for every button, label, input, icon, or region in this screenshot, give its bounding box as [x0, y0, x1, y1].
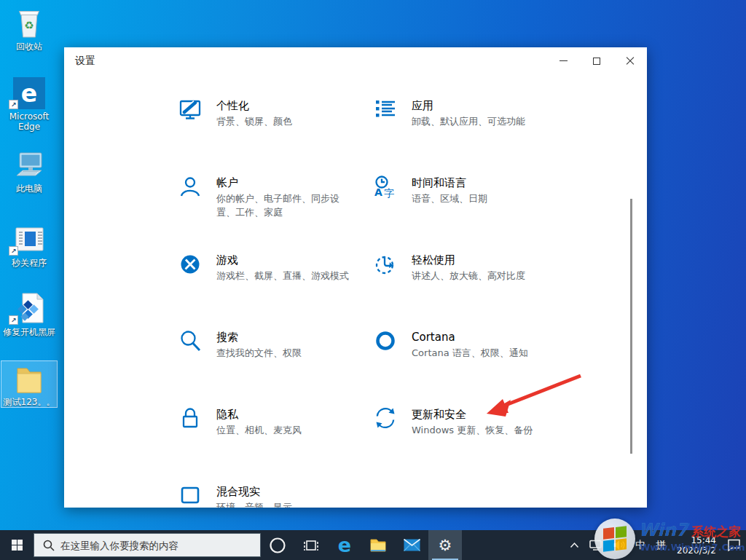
- tile-title: 时间和语言: [412, 176, 487, 190]
- apps-icon: [374, 97, 397, 122]
- taskbar: e ⚙: [0, 530, 746, 560]
- cortana-icon: [374, 328, 397, 353]
- tile-subtitle: 语音、区域、日期: [412, 192, 487, 205]
- desktop-icon-this-pc[interactable]: 此电脑: [1, 148, 57, 194]
- mail-button[interactable]: [395, 530, 428, 560]
- tile-ease-of-access[interactable]: 轻松使用 讲述人、放大镜、高对比度: [374, 251, 614, 328]
- time-language-icon: A 字: [374, 174, 397, 199]
- tile-personalization[interactable]: 个性化 背景、锁屏、颜色: [178, 97, 374, 174]
- maximize-button[interactable]: [580, 47, 613, 74]
- update-security-icon: [374, 406, 397, 430]
- desktop-icon-label: 此电脑: [1, 184, 57, 194]
- program-window-icon: ↗: [1, 222, 57, 256]
- personalization-icon: [178, 97, 202, 122]
- desktop: ♻ 回收站 e ↗ Microsoft Edge 此电脑: [0, 0, 746, 560]
- network-icon: [589, 540, 602, 551]
- ime-language-button[interactable]: 中: [630, 530, 651, 560]
- ime-mode-button[interactable]: 拼: [651, 530, 671, 560]
- windows-logo-icon: [12, 540, 23, 551]
- tray-chevron-button[interactable]: [565, 530, 584, 560]
- taskbar-clock[interactable]: 15:44 2020/3/2: [671, 535, 722, 556]
- tile-gaming[interactable]: 游戏 游戏栏、截屏、直播、游戏模式: [178, 251, 374, 328]
- tile-title: 混合现实: [216, 484, 292, 499]
- cortana-button[interactable]: [261, 530, 294, 560]
- task-view-icon: [303, 538, 319, 553]
- start-button[interactable]: [0, 530, 34, 560]
- clock-time: 15:44: [677, 535, 716, 545]
- tile-title: 游戏: [216, 253, 349, 267]
- file-explorer-button[interactable]: [361, 530, 395, 560]
- ease-of-access-icon: [374, 251, 397, 276]
- network-tray-button[interactable]: [584, 530, 608, 560]
- tile-privacy[interactable]: 隐私 位置、相机、麦克风: [178, 406, 374, 483]
- desktop-icon-program[interactable]: ↗ 秒关程序: [1, 222, 57, 268]
- tile-subtitle: 你的帐户、电子邮件、同步设置、工作、家庭: [216, 192, 352, 219]
- accounts-icon: [178, 174, 202, 199]
- file-explorer-icon: [369, 538, 387, 553]
- tile-time-language[interactable]: A 字 时间和语言 语音、区域、日期: [374, 174, 614, 251]
- settings-window: 设置 个性化 背景、锁屏、颜色: [64, 47, 647, 508]
- tile-update-security[interactable]: 更新和安全 Windows 更新、恢复、备份: [374, 406, 614, 483]
- close-icon: [626, 57, 635, 66]
- tile-title: 帐户: [216, 176, 352, 190]
- tile-title: Cortana: [412, 330, 528, 344]
- speaker-icon: [613, 540, 625, 551]
- system-tray: 中 拼 15:44 2020/3/2: [565, 530, 746, 560]
- taskbar-search-input[interactable]: [60, 540, 243, 551]
- registry-file-icon: ↗: [1, 291, 57, 325]
- close-button[interactable]: [613, 47, 647, 74]
- tile-title: 更新和安全: [412, 407, 533, 422]
- tile-subtitle: 游戏栏、截屏、直播、游戏模式: [216, 269, 349, 283]
- settings-taskbar-button[interactable]: ⚙: [428, 530, 462, 560]
- desktop-icon-test-folder[interactable]: 测试123。。: [1, 361, 57, 407]
- chevron-up-icon: [570, 542, 579, 548]
- window-title: 设置: [75, 55, 95, 68]
- shortcut-arrow-icon: ↗: [9, 315, 18, 325]
- tile-subtitle: 环境、音频、显示: [216, 500, 292, 508]
- tile-cortana[interactable]: Cortana Cortana 语言、权限、通知: [374, 328, 614, 406]
- minimize-icon: [560, 60, 568, 61]
- volume-tray-button[interactable]: [608, 530, 630, 560]
- tile-title: 隐私: [216, 407, 302, 422]
- shortcut-arrow-icon: ↗: [9, 246, 18, 256]
- tile-subtitle: 讲述人、放大镜、高对比度: [412, 269, 525, 283]
- tile-accounts[interactable]: 帐户 你的帐户、电子邮件、同步设置、工作、家庭: [178, 174, 374, 251]
- minimize-button[interactable]: [546, 47, 580, 74]
- cortana-icon: [269, 537, 286, 554]
- desktop-icon-label: 秒关程序: [1, 258, 57, 268]
- tile-subtitle: 查找我的文件、权限: [216, 346, 302, 360]
- desktop-icon-edge[interactable]: e ↗ Microsoft Edge: [1, 76, 57, 132]
- taskbar-search[interactable]: [34, 533, 261, 557]
- this-pc-icon: [1, 148, 57, 181]
- tile-mixed-reality[interactable]: 混合现实 环境、音频、显示: [178, 483, 374, 508]
- tile-apps[interactable]: 应用 卸载、默认应用、可选功能: [374, 97, 614, 174]
- task-view-button[interactable]: [294, 530, 328, 560]
- desktop-icon-recycle-bin[interactable]: ♻ 回收站: [1, 6, 57, 52]
- desktop-icon-registry-fix[interactable]: ↗ 修复开机黑屏: [1, 291, 57, 337]
- settings-tiles: 个性化 背景、锁屏、颜色 应用 卸载、默认应用、可选功能: [178, 97, 614, 508]
- privacy-lock-icon: [178, 406, 202, 430]
- tile-subtitle: 卸载、默认应用、可选功能: [412, 114, 525, 128]
- clock-date: 2020/3/2: [677, 545, 716, 556]
- search-icon: [178, 328, 202, 353]
- desktop-icon-label: 测试123。。: [1, 397, 57, 407]
- tile-subtitle: Cortana 语言、权限、通知: [412, 346, 528, 360]
- tile-title: 个性化: [216, 98, 292, 113]
- search-icon: [43, 540, 55, 551]
- edge-icon: e: [338, 535, 351, 555]
- window-scrollbar-thumb[interactable]: [630, 199, 632, 454]
- gear-icon: ⚙: [439, 537, 452, 554]
- edge-taskbar-button[interactable]: e: [328, 530, 361, 560]
- tile-subtitle: 背景、锁屏、颜色: [216, 114, 292, 128]
- svg-text:♻: ♻: [24, 19, 34, 32]
- tile-subtitle: Windows 更新、恢复、备份: [412, 423, 533, 437]
- mixed-reality-icon: [178, 483, 202, 508]
- action-center-button[interactable]: [722, 530, 746, 560]
- folder-icon: [1, 361, 57, 395]
- edge-icon: e ↗: [1, 76, 57, 109]
- svg-text:字: 字: [384, 187, 394, 199]
- maximize-icon: [593, 58, 600, 65]
- tile-search[interactable]: 搜索 查找我的文件、权限: [178, 328, 374, 406]
- desktop-icon-label: 修复开机黑屏: [1, 327, 57, 337]
- desktop-icon-label: Microsoft Edge: [1, 111, 57, 132]
